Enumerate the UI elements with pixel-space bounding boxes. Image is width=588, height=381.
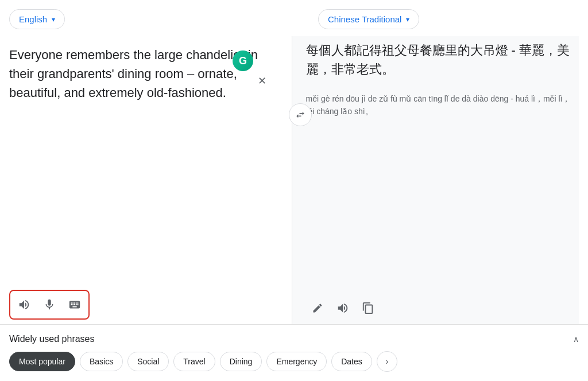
- keyboard-icon: [68, 298, 81, 311]
- phrase-tag-emergency[interactable]: Emergency: [266, 352, 327, 371]
- mic-icon: [43, 298, 56, 311]
- phrase-tag-dining[interactable]: Dining: [220, 352, 262, 371]
- swap-languages-button[interactable]: [289, 103, 312, 126]
- target-speaker-icon: [336, 302, 349, 314]
- phrase-tag-travel[interactable]: Travel: [173, 352, 215, 371]
- source-keyboard-button[interactable]: [63, 293, 86, 316]
- phrase-tag-social[interactable]: Social: [127, 352, 169, 371]
- source-text: Everyone remembers the large chandelier …: [9, 45, 283, 281]
- target-language-label: Chinese Traditional: [328, 14, 401, 24]
- phrase-tag-dates[interactable]: Dates: [331, 352, 372, 371]
- source-language-label: English: [19, 14, 47, 24]
- close-button[interactable]: ✕: [258, 75, 266, 87]
- phrase-tag-basics[interactable]: Basics: [80, 352, 123, 371]
- swap-icon: [295, 110, 305, 120]
- collapse-phrases-button[interactable]: ∧: [573, 335, 579, 344]
- more-phrases-button[interactable]: ›: [377, 351, 397, 372]
- target-language-selector[interactable]: Chinese Traditional ▾: [318, 9, 419, 29]
- source-controls-box: [9, 290, 90, 320]
- speaker-icon: [18, 298, 30, 311]
- phrase-tags-row: Most popularBasicsSocialTravelDiningEmer…: [9, 351, 579, 372]
- phrases-title: Widely used phrases: [9, 334, 95, 344]
- source-speaker-button[interactable]: [13, 293, 36, 316]
- source-language-selector[interactable]: English ▾: [9, 9, 65, 29]
- phrases-section: Widely used phrases ∧ Most popularBasics…: [0, 324, 588, 381]
- target-lang-chevron: ▾: [406, 15, 409, 24]
- phrase-tag-most-popular[interactable]: Most popular: [9, 352, 75, 371]
- translation-text: 每個人都記得祖父母餐廳里的大吊燈 - 華麗，美麗，非常老式。: [306, 41, 579, 79]
- source-lang-chevron: ▾: [52, 15, 55, 24]
- romanized-text: měi gè rén dōu jì de zǔ fù mǔ cān tīng l…: [306, 92, 579, 118]
- edit-translation-button[interactable]: [306, 297, 329, 320]
- edit-icon: [312, 302, 323, 314]
- copy-translation-button[interactable]: [357, 297, 380, 320]
- target-speaker-button[interactable]: [331, 297, 354, 320]
- grammarly-icon[interactable]: G: [233, 50, 253, 71]
- copy-icon: [362, 302, 374, 314]
- source-mic-button[interactable]: [38, 293, 61, 316]
